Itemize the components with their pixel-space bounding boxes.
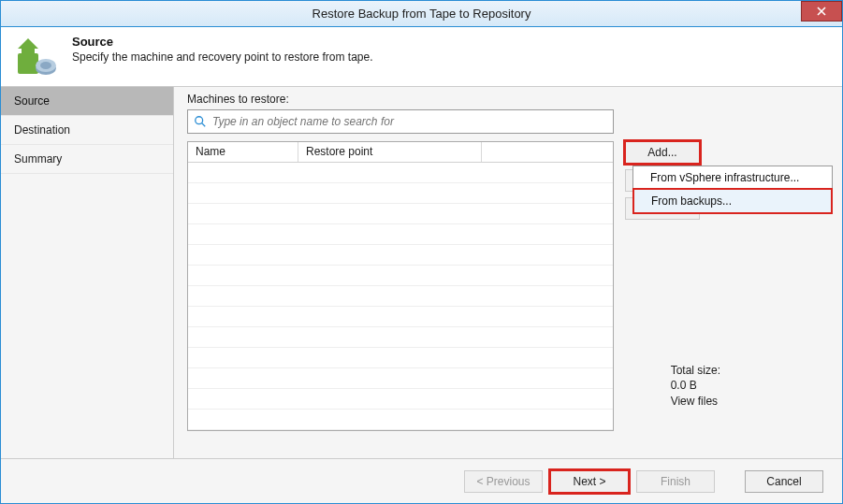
search-icon [194,115,207,128]
table-row [188,163,613,183]
svg-point-7 [196,117,203,124]
sidebar-item-destination[interactable]: Destination [1,116,173,145]
tape-restore-icon [14,35,59,79]
total-size-value: 0.0 B [671,378,720,394]
view-files-link[interactable]: View files [671,394,720,410]
table-body [188,163,613,430]
table-row [188,389,613,410]
table-row [188,286,613,307]
add-dropdown: From vSphere infrastructure... From back… [632,166,833,214]
header-title: Source [72,35,831,49]
header-subtitle: Specify the machine and recovery point t… [72,50,831,64]
table-row [188,245,613,266]
wizard-body: Source Destination Summary Machines to r… [1,87,842,458]
wizard-footer: < Previous Next > Finish Cancel [1,458,842,503]
svg-line-8 [202,123,206,127]
total-size-block: Total size: 0.0 B View files [671,363,720,410]
table-row [188,410,613,430]
table-row [188,307,613,327]
table-row [188,204,613,224]
table-row [188,327,613,348]
previous-button: < Previous [464,470,543,493]
close-icon [817,7,826,16]
next-button[interactable]: Next > [550,470,629,493]
sidebar-item-label: Source [14,94,50,108]
sidebar-item-source[interactable]: Source [1,87,173,116]
sidebar-item-summary[interactable]: Summary [1,145,173,174]
cancel-button[interactable]: Cancel [745,470,823,493]
search-input[interactable] [212,115,607,128]
dropdown-from-backups[interactable]: From backups... [632,188,833,214]
header-text: Source Specify the machine and recovery … [72,35,831,64]
titlebar: Restore Backup from Tape to Repository [1,1,842,27]
table-row [188,348,613,368]
column-restore-point[interactable]: Restore point [298,142,482,162]
column-blank [482,142,613,162]
search-box[interactable] [187,109,614,134]
dropdown-from-vsphere[interactable]: From vSphere infrastructure... [633,166,832,189]
machines-table[interactable]: Name Restore point [187,141,614,431]
total-size-label: Total size: [671,363,720,379]
finish-button: Finish [636,470,715,493]
sidebar-item-label: Destination [14,123,70,137]
table-row [188,224,613,245]
wizard-sidebar: Source Destination Summary [1,87,174,458]
table-header: Name Restore point [188,142,613,163]
add-button[interactable]: Add... [625,141,700,164]
svg-point-6 [40,62,51,69]
table-row [188,183,613,204]
column-name[interactable]: Name [188,142,298,162]
window-title: Restore Backup from Tape to Repository [312,7,531,21]
content-row: Name Restore point [187,141,829,431]
sidebar-item-label: Summary [14,152,62,166]
table-row [188,368,613,389]
wizard-window: Restore Backup from Tape to Repository S… [0,0,843,504]
wizard-header: Source Specify the machine and recovery … [1,27,842,87]
table-row [188,266,613,286]
machines-label: Machines to restore: [187,93,829,106]
wizard-main: Machines to restore: Name Restore point [174,87,842,458]
close-button[interactable] [801,1,842,22]
